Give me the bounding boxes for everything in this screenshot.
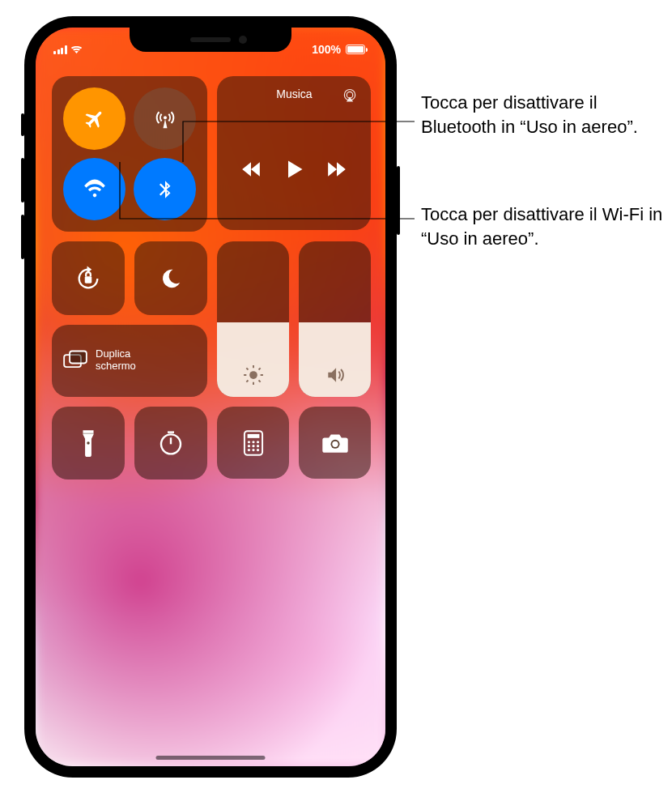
notch (130, 28, 291, 52)
battery-percent-label: 100% (312, 43, 341, 56)
callout-bluetooth: Tocca per disattivare il Bluetooth in “U… (421, 91, 664, 139)
callout-wifi: Tocca per disattivare il Wi-Fi in “Uso i… (421, 202, 664, 250)
battery-icon (346, 45, 368, 54)
wifi-status-icon (70, 45, 83, 54)
cellular-signal-icon (53, 45, 67, 54)
